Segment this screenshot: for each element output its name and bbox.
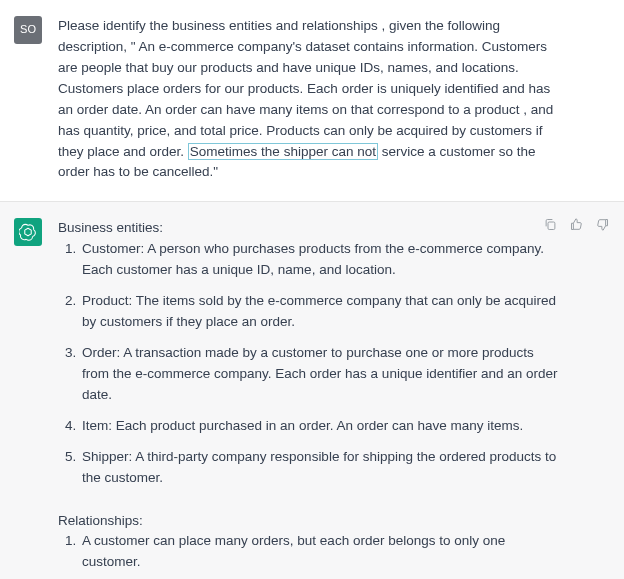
prompt-highlighted-segment: Sometimes the shipper can not [188, 143, 378, 160]
entities-heading: Business entities: [58, 218, 560, 239]
thumbs-down-button[interactable] [594, 216, 610, 232]
svg-rect-1 [548, 222, 555, 230]
relationships-list: A customer can place many orders, but ea… [58, 531, 560, 579]
list-item: Product: The items sold by the e-commerc… [80, 291, 560, 333]
copy-icon [543, 217, 558, 232]
thumbs-up-icon [569, 217, 584, 232]
svg-marker-0 [25, 229, 31, 237]
user-prompt-text: Please identify the business entities an… [58, 16, 560, 183]
thumbs-down-icon [595, 217, 610, 232]
user-avatar-initials: SO [20, 21, 36, 38]
message-actions [542, 216, 610, 232]
copy-button[interactable] [542, 216, 558, 232]
list-item: Shipper: A third-party company responsib… [80, 447, 560, 489]
list-item: Order: A transaction made by a customer … [80, 343, 560, 406]
user-message: SO Please identify the business entities… [0, 0, 624, 202]
relationships-heading: Relationships: [58, 511, 560, 532]
assistant-avatar [14, 218, 42, 246]
openai-logo-icon [19, 223, 37, 241]
list-item: A customer can place many orders, but ea… [80, 531, 560, 573]
prompt-segment-before: Please identify the business entities an… [58, 18, 553, 159]
thumbs-up-button[interactable] [568, 216, 584, 232]
assistant-message: Business entities: Customer: A person wh… [0, 202, 624, 579]
list-item: Item: Each product purchased in an order… [80, 416, 560, 437]
assistant-message-content: Business entities: Customer: A person wh… [58, 218, 610, 579]
user-avatar: SO [14, 16, 42, 44]
list-item: Customer: A person who purchases product… [80, 239, 560, 281]
entities-list: Customer: A person who purchases product… [58, 239, 560, 488]
user-message-content: Please identify the business entities an… [58, 16, 610, 183]
